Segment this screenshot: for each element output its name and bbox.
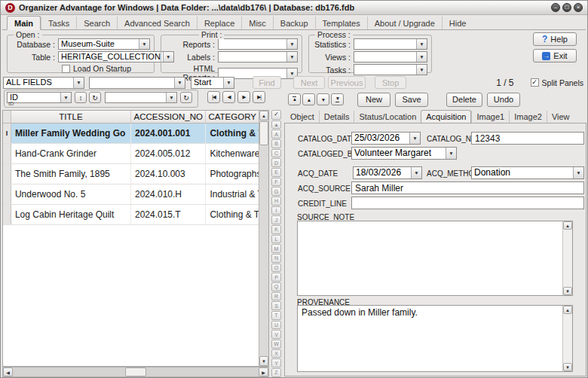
credit-line-field[interactable] bbox=[351, 197, 584, 209]
next-button[interactable]: Next bbox=[293, 76, 325, 89]
tab-image2[interactable]: Image2 bbox=[509, 111, 547, 123]
refresh-sort-button[interactable]: ↻ bbox=[89, 92, 101, 103]
goto-value-select[interactable]: ▼ bbox=[105, 92, 177, 103]
alphabet-r-button[interactable]: R bbox=[271, 292, 281, 301]
search-field-select[interactable]: ALL FIELDS ▼ bbox=[3, 77, 84, 89]
previous-button[interactable]: Previous bbox=[328, 76, 366, 89]
alphabet-l-button[interactable]: L bbox=[271, 235, 281, 244]
tab-misc[interactable]: Misc bbox=[241, 17, 273, 29]
next-record-button[interactable]: ▼ bbox=[317, 93, 329, 105]
alphabet-n-button[interactable]: N bbox=[271, 254, 281, 263]
tab-advanced-search[interactable]: Advanced Search bbox=[117, 17, 197, 29]
previous-record-button[interactable]: ▲ bbox=[302, 93, 315, 105]
alphabet-j-button[interactable]: J bbox=[271, 215, 281, 224]
undo-button[interactable]: Undo bbox=[487, 93, 520, 107]
tab-about-upgrade[interactable]: About / Upgrade bbox=[367, 17, 442, 29]
alphabet-c-button[interactable]: C bbox=[271, 149, 281, 158]
tab-status-location[interactable]: Status/Location bbox=[354, 111, 421, 123]
first-record-button[interactable]: ▲ bbox=[288, 93, 301, 105]
cataloged-by-field[interactable]: Volunteer Margaret ▼ bbox=[351, 147, 457, 160]
scroll-left-button[interactable]: ◀ bbox=[3, 367, 13, 376]
scroll-down-button[interactable]: ▼ bbox=[259, 356, 268, 366]
maximize-button[interactable]: □ bbox=[562, 3, 571, 12]
delete-button[interactable]: Delete bbox=[446, 93, 482, 107]
alphabet-u-button[interactable]: U bbox=[271, 321, 281, 330]
scroll-up-button[interactable]: ▲ bbox=[563, 221, 572, 230]
alphabet-a-button[interactable]: A bbox=[271, 130, 281, 139]
scrollbar-thumb[interactable] bbox=[125, 367, 146, 376]
statistics-select[interactable]: ▼ bbox=[354, 38, 427, 50]
alphabet-y-button[interactable]: Y bbox=[271, 358, 281, 367]
tab-templates[interactable]: Templates bbox=[315, 17, 367, 29]
table-vertical-scrollbar[interactable]: ▲ ▼ bbox=[259, 111, 268, 366]
table-select[interactable]: HERITAGE_COLLECTION ▼ bbox=[58, 51, 174, 62]
alphabet-k-button[interactable]: K bbox=[271, 225, 281, 234]
tab-image1[interactable]: Image1 bbox=[471, 111, 509, 123]
tab-backup[interactable]: Backup bbox=[273, 17, 315, 29]
acq-source-field[interactable] bbox=[351, 181, 584, 194]
tab-replace[interactable]: Replace bbox=[197, 17, 241, 29]
close-button[interactable]: × bbox=[574, 3, 583, 12]
catalog-no-field[interactable] bbox=[471, 132, 584, 145]
alphabet-o-button[interactable]: O bbox=[271, 264, 281, 273]
exit-button[interactable]: → Exit bbox=[533, 49, 577, 62]
scroll-up-button[interactable]: ▲ bbox=[259, 111, 268, 120]
alphabet-d-button[interactable]: D bbox=[271, 158, 281, 167]
tab-details[interactable]: Details bbox=[319, 111, 354, 123]
tab-hide[interactable]: Hide bbox=[442, 17, 473, 29]
alphabet-h-button[interactable]: H bbox=[271, 197, 281, 206]
provenance-scrollbar[interactable]: ▲ ▼ bbox=[562, 306, 572, 371]
tab-acquisition[interactable]: Acquisition bbox=[421, 110, 471, 123]
acq-method-field[interactable]: Donation ▼ bbox=[471, 166, 584, 179]
first-record-button[interactable]: |◀ bbox=[207, 91, 220, 103]
sort-direction-button[interactable]: ↕ bbox=[75, 92, 87, 103]
column-header-category[interactable]: CATEGORY bbox=[206, 111, 259, 123]
save-button[interactable]: Save bbox=[395, 93, 428, 107]
minimize-button[interactable]: – bbox=[551, 3, 560, 12]
table-row[interactable]: The Smith Family, 1895 2024.10.003 Photo… bbox=[3, 164, 259, 184]
labels-select[interactable]: ▼ bbox=[218, 51, 298, 62]
tab-view[interactable]: View bbox=[547, 111, 574, 123]
scroll-down-button[interactable]: ▼ bbox=[563, 363, 572, 371]
help-button[interactable]: ? Help bbox=[533, 32, 577, 46]
column-header-accession-no[interactable]: ACCESSION_NO bbox=[131, 111, 206, 123]
table-row[interactable]: Hand-Crank Grinder 2024.005.012 Kitchenw… bbox=[3, 144, 259, 164]
refresh-goto-button[interactable]: ↻ bbox=[180, 92, 192, 103]
alphabet-x-button[interactable]: X bbox=[271, 349, 281, 358]
scroll-up-button[interactable]: ▲ bbox=[563, 306, 572, 314]
alphabet-f-button[interactable]: F bbox=[271, 178, 281, 187]
table-row[interactable]: Log Cabin Heritage Quilt 2024.015.T Clot… bbox=[3, 205, 259, 225]
table-horizontal-scrollbar[interactable]: ◀ ▶ bbox=[2, 367, 269, 377]
split-panels-checkbox[interactable]: ✓ bbox=[531, 78, 539, 87]
last-record-button[interactable]: ▼ bbox=[331, 93, 344, 105]
alphabet-v-button[interactable]: V bbox=[271, 330, 281, 339]
alphabet-p-button[interactable]: P bbox=[271, 273, 281, 282]
column-header-title[interactable]: TITLE bbox=[11, 111, 131, 123]
source-note-field[interactable]: ▲ ▼ bbox=[297, 221, 573, 296]
scrollbar-thumb[interactable] bbox=[259, 121, 268, 145]
alphabet-g-button[interactable]: G bbox=[271, 187, 281, 196]
last-record-button[interactable]: ▶| bbox=[253, 91, 265, 103]
sort-field-select[interactable]: ID ▼ bbox=[7, 92, 72, 103]
tab-search[interactable]: Search bbox=[76, 17, 117, 29]
acq-date-field[interactable]: 18/03/2026 ▼ bbox=[353, 166, 422, 179]
tab-object[interactable]: Object bbox=[286, 111, 319, 123]
scroll-down-button[interactable]: ▼ bbox=[563, 287, 572, 295]
tab-main[interactable]: Main bbox=[7, 16, 41, 30]
alphabet-t-button[interactable]: T bbox=[271, 311, 281, 320]
match-mode-select[interactable]: Start ▼ bbox=[191, 77, 234, 89]
table-row[interactable]: I Miller Family Wedding Go 2024.001.001 … bbox=[3, 123, 259, 144]
load-on-startup-checkbox[interactable] bbox=[62, 65, 70, 73]
alphabet-e-button[interactable]: E bbox=[271, 168, 281, 177]
next-record-button[interactable]: ▶ bbox=[237, 91, 250, 103]
catalog-date-field[interactable]: 25/03/2026 ▼ bbox=[351, 132, 421, 145]
alphabet-i-button[interactable]: I bbox=[271, 206, 281, 215]
stop-button[interactable]: Stop bbox=[375, 76, 406, 89]
alphabet-up-button[interactable]: ▲ bbox=[271, 120, 281, 130]
reports-select[interactable]: ▼ bbox=[218, 38, 298, 50]
alphabet-b-button[interactable]: B bbox=[271, 139, 281, 148]
alphabet-q-button[interactable]: Q bbox=[271, 282, 281, 291]
tab-tasks[interactable]: Tasks bbox=[41, 17, 76, 29]
scroll-right-button[interactable]: ▶ bbox=[259, 367, 268, 376]
alphabet-all-button[interactable]: ✓ bbox=[271, 110, 281, 120]
